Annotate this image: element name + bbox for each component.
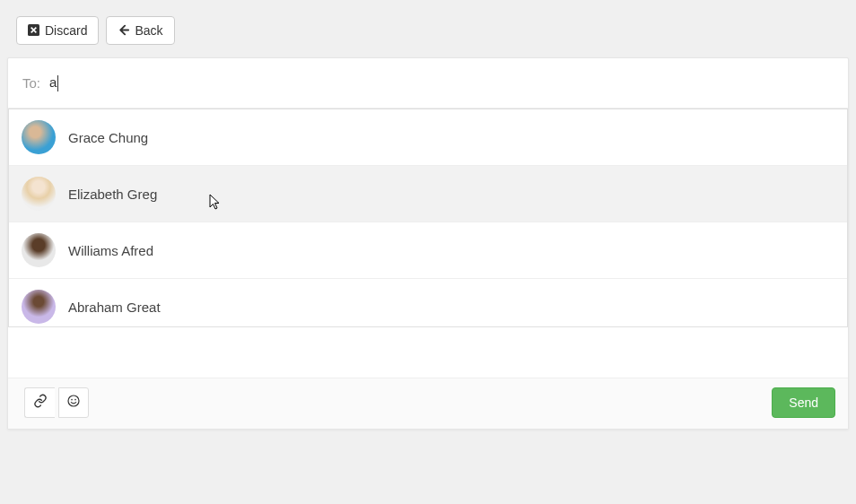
back-label: Back [135, 23, 162, 38]
recipient-suggestion[interactable]: Elizabeth Greg [9, 166, 847, 222]
svg-point-2 [71, 399, 73, 401]
to-label: To: [22, 75, 40, 91]
recipient-name: Elizabeth Greg [68, 187, 157, 202]
send-button[interactable]: Send [772, 387, 835, 418]
recipient-suggestion[interactable]: Williams Afred [9, 222, 847, 279]
avatar [22, 120, 56, 154]
recipient-name: Williams Afred [68, 243, 153, 258]
avatar [22, 177, 56, 211]
recipient-suggestion[interactable]: Grace Chung [9, 109, 847, 166]
back-button[interactable]: Back [106, 16, 174, 45]
recipient-dropdown[interactable]: Grace ChungElizabeth GregWilliams AfredA… [8, 109, 848, 327]
svg-point-1 [68, 395, 79, 406]
avatar [22, 233, 56, 267]
toolbar: Discard Back [7, 7, 849, 57]
recipient-suggestion[interactable]: Abraham Great [9, 279, 847, 327]
arrow-left-icon [118, 24, 129, 38]
discard-label: Discard [45, 23, 87, 38]
send-label: Send [789, 395, 818, 410]
emoji-button[interactable] [58, 387, 89, 418]
to-input[interactable]: a [49, 74, 834, 91]
footer-left [24, 387, 89, 418]
close-square-icon [28, 24, 39, 38]
recipient-name: Abraham Great [68, 300, 161, 315]
attach-link-button[interactable] [24, 387, 55, 418]
link-icon [33, 394, 48, 412]
compose-panel: To: a Grace ChungElizabeth GregWilliams … [7, 57, 849, 430]
recipient-name: Grace Chung [68, 130, 148, 145]
to-input-value: a [49, 74, 57, 90]
discard-button[interactable]: Discard [16, 16, 99, 45]
compose-footer: Send [8, 378, 848, 429]
svg-point-3 [74, 399, 76, 401]
smile-icon [66, 394, 81, 412]
avatar [22, 290, 56, 324]
text-caret [57, 75, 58, 91]
page-wrap: Discard Back To: a Grace ChungElizabeth … [0, 0, 856, 504]
to-field-row[interactable]: To: a [8, 58, 848, 109]
